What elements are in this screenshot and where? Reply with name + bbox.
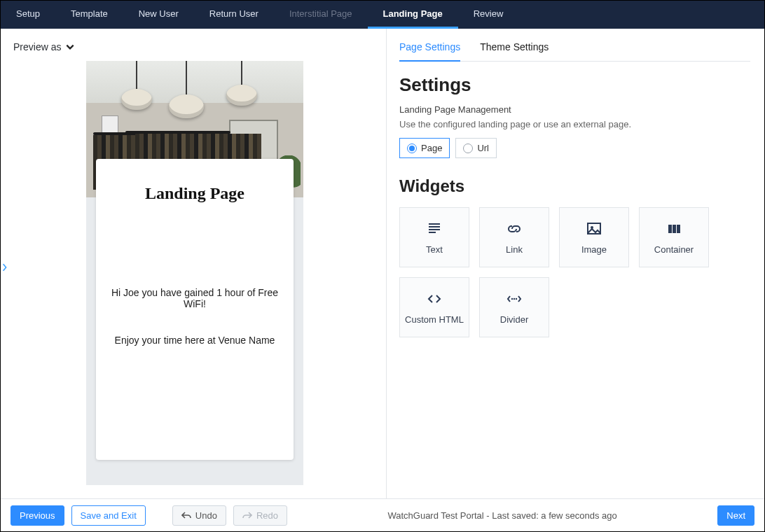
settings-subheading: Landing Page Management <box>399 104 750 115</box>
widget-text-label: Text <box>426 244 443 255</box>
tab-page-settings[interactable]: Page Settings <box>399 36 460 62</box>
settings-pane: Page Settings Theme Settings Settings La… <box>386 29 764 498</box>
code-icon <box>425 290 444 307</box>
settings-tabs: Page Settings Theme Settings <box>399 36 750 62</box>
preview-pane: Preview as Landing Page Hi Joe you have … <box>1 29 386 498</box>
widget-divider[interactable]: Divider <box>479 277 549 337</box>
nav-template[interactable]: Template <box>55 1 123 29</box>
widget-divider-label: Divider <box>500 314 528 325</box>
tab-theme-settings[interactable]: Theme Settings <box>480 36 549 61</box>
footer-bar: Previous Save and Exit Undo Redo WatchGu… <box>1 499 764 531</box>
preview-msg-1: Hi Joe you have gained 1 hour of Free Wi… <box>106 287 284 309</box>
radio-url-label: Url <box>477 143 489 153</box>
svg-rect-3 <box>673 225 676 233</box>
redo-icon <box>242 511 252 519</box>
preview-card: Landing Page Hi Joe you have gained 1 ho… <box>96 159 294 460</box>
widget-grid: Text Link Image Container Custom HTML Di… <box>399 207 750 337</box>
svg-rect-2 <box>668 225 672 233</box>
widget-image[interactable]: Image <box>559 207 629 267</box>
redo-button[interactable]: Redo <box>233 505 287 526</box>
redo-label: Redo <box>256 510 278 521</box>
widget-html-label: Custom HTML <box>405 314 464 325</box>
save-exit-button[interactable]: Save and Exit <box>71 505 146 526</box>
preview-title: Landing Page <box>106 184 284 203</box>
expand-handle[interactable] <box>1 260 9 277</box>
preview-as-dropdown[interactable]: Preview as <box>13 41 75 52</box>
undo-button[interactable]: Undo <box>172 505 226 526</box>
radio-page[interactable]: Page <box>399 138 450 158</box>
undo-label: Undo <box>195 510 217 521</box>
page-source-radio-group: Page Url <box>399 138 750 158</box>
undo-icon <box>181 511 191 519</box>
settings-heading: Settings <box>399 74 750 96</box>
preview-as-label: Preview as <box>13 41 61 52</box>
chevron-down-icon <box>65 42 75 52</box>
phone-preview: Landing Page Hi Joe you have gained 1 ho… <box>86 61 303 485</box>
widget-container-label: Container <box>654 244 694 255</box>
svg-point-7 <box>516 298 517 299</box>
svg-rect-4 <box>677 225 680 233</box>
nav-new-user[interactable]: New User <box>123 1 194 29</box>
widget-custom-html[interactable]: Custom HTML <box>399 277 469 337</box>
nav-review[interactable]: Review <box>458 1 519 29</box>
widget-container[interactable]: Container <box>639 207 709 267</box>
radio-dot-icon <box>407 144 417 153</box>
previous-button[interactable]: Previous <box>11 505 64 526</box>
divider-icon <box>504 290 524 307</box>
svg-point-5 <box>511 298 513 299</box>
image-icon <box>584 220 604 237</box>
nav-setup[interactable]: Setup <box>1 1 55 29</box>
top-nav: Setup Template New User Return User Inte… <box>1 1 764 29</box>
next-button[interactable]: Next <box>717 505 754 526</box>
radio-page-label: Page <box>421 143 442 153</box>
nav-return-user[interactable]: Return User <box>194 1 274 29</box>
widgets-heading: Widgets <box>399 176 750 196</box>
preview-msg-2: Enjoy your time here at Venue Name <box>106 335 284 346</box>
text-icon <box>425 220 444 237</box>
svg-rect-0 <box>588 223 600 234</box>
footer-status: WatchGuard Test Portal - Last saved: a f… <box>294 510 710 521</box>
container-icon <box>664 220 684 237</box>
svg-point-6 <box>514 298 515 299</box>
nav-landing-page[interactable]: Landing Page <box>368 1 458 29</box>
link-icon <box>504 220 524 237</box>
widget-link[interactable]: Link <box>479 207 549 267</box>
widget-text[interactable]: Text <box>399 207 469 267</box>
radio-dot-icon <box>463 144 473 153</box>
settings-description: Use the configured landing page or use a… <box>399 119 750 130</box>
nav-interstitial[interactable]: Interstitial Page <box>274 1 368 29</box>
widget-link-label: Link <box>506 244 523 255</box>
radio-url[interactable]: Url <box>455 138 497 158</box>
widget-image-label: Image <box>581 244 607 255</box>
